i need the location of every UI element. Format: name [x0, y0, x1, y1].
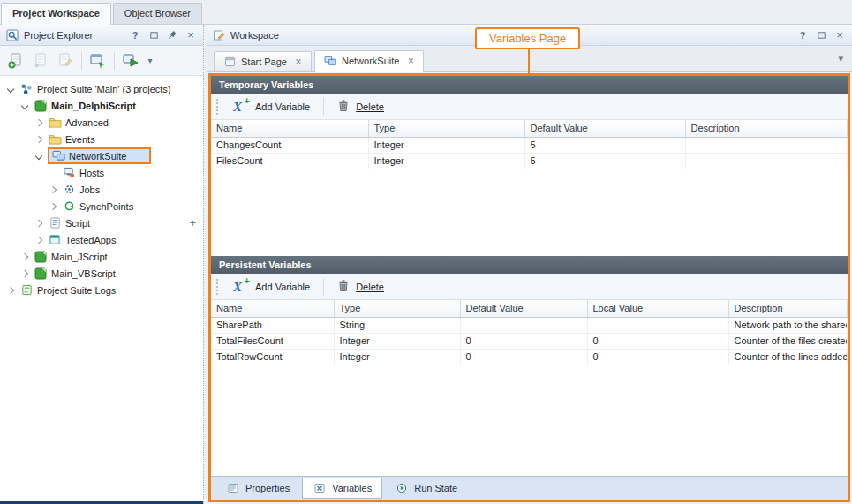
cell-local-value[interactable]: 0 — [587, 333, 728, 349]
add-variable-button[interactable]: X Add Variable — [227, 278, 316, 296]
tree-item-events[interactable]: Events — [0, 131, 203, 147]
float-window-icon[interactable] — [814, 28, 828, 42]
tab-properties[interactable]: Properties — [215, 478, 300, 499]
tree-item-networksuite[interactable]: NetworkSuite — [0, 147, 203, 164]
expander-closed-icon[interactable] — [34, 117, 44, 128]
cell-local-value[interactable] — [587, 317, 728, 333]
help-icon[interactable] — [128, 28, 142, 42]
trash-icon — [337, 99, 350, 114]
edit-item-button[interactable] — [54, 49, 77, 72]
add-script-unit-button[interactable]: + — [189, 216, 196, 229]
cell-description[interactable] — [685, 137, 848, 153]
tree-item-testedapps[interactable]: TestedApps — [0, 231, 203, 248]
callout-pointer-line — [528, 49, 530, 74]
column-header[interactable]: Local Value — [587, 300, 728, 317]
close-tab-icon[interactable] — [294, 56, 303, 68]
cell-description[interactable]: Network path to the shared f — [728, 317, 848, 333]
cell-name[interactable]: TotalFilesCount — [211, 333, 334, 349]
expander-closed-icon[interactable] — [48, 184, 58, 195]
start-page-icon — [222, 56, 237, 68]
close-panel-icon[interactable] — [184, 28, 198, 42]
tree-item-main-vbscript[interactable]: Main_VBScript — [0, 265, 203, 282]
tree-item-jobs[interactable]: Jobs — [0, 181, 203, 198]
cell-name[interactable]: TotalRowCount — [211, 349, 334, 365]
tree-item-synchpoints[interactable]: SynchPoints — [0, 198, 203, 214]
table-row[interactable]: FilesCount Integer 5 — [211, 153, 848, 169]
column-header[interactable]: Name — [211, 300, 334, 317]
expander-closed-icon[interactable] — [19, 268, 30, 279]
add-variable-label: Add Variable — [255, 102, 310, 112]
run-options-caret-icon[interactable] — [144, 49, 156, 72]
column-header[interactable]: Type — [334, 300, 460, 317]
cell-default-value[interactable]: 5 — [524, 153, 685, 169]
add-variable-button[interactable]: X Add Variable — [227, 98, 316, 116]
tab-variables[interactable]: Variables — [302, 478, 382, 499]
tab-list-caret-icon[interactable] — [838, 53, 843, 64]
tab-object-browser[interactable]: Object Browser — [113, 3, 202, 24]
tree-item-main-jscript[interactable]: Main_JScript — [0, 248, 203, 265]
expander-closed-icon[interactable] — [5, 285, 16, 296]
column-header[interactable]: Name — [211, 120, 368, 137]
tree-item-advanced[interactable]: Advanced — [0, 114, 203, 131]
float-window-icon[interactable] — [147, 28, 161, 42]
run-project-button[interactable] — [119, 49, 142, 72]
cell-type[interactable]: String — [334, 317, 460, 333]
jobs-icon — [62, 184, 76, 196]
column-header[interactable]: Default Value — [524, 120, 685, 137]
add-existing-item-button[interactable] — [29, 49, 52, 72]
help-icon[interactable] — [795, 28, 810, 42]
tree-item-label: Main_JScript — [51, 252, 108, 262]
cell-name[interactable]: FilesCount — [211, 153, 368, 169]
run-panel-button[interactable] — [87, 49, 109, 72]
expander-closed-icon[interactable] — [19, 252, 30, 262]
expander-open-icon[interactable] — [19, 101, 30, 111]
tab-project-workspace[interactable]: Project Workspace — [1, 3, 111, 25]
tab-run-state[interactable]: Run State — [384, 478, 468, 499]
cell-description[interactable] — [685, 153, 848, 169]
column-header[interactable]: Description — [685, 120, 848, 137]
cell-default-value[interactable] — [460, 317, 587, 333]
persistent-variables-toolbar: X Add Variable Delete — [211, 274, 848, 300]
expander-open-icon[interactable] — [34, 151, 44, 162]
close-panel-icon[interactable] — [833, 28, 847, 42]
cell-default-value[interactable]: 5 — [524, 137, 685, 153]
column-header[interactable]: Type — [368, 120, 524, 137]
cell-default-value[interactable]: 0 — [460, 349, 587, 365]
expander-closed-icon[interactable] — [34, 218, 44, 229]
cell-type[interactable]: Integer — [334, 349, 460, 365]
cell-type[interactable]: Integer — [368, 137, 524, 153]
cell-local-value[interactable]: 0 — [587, 349, 728, 365]
cell-description[interactable]: Counter of the files created. — [728, 333, 848, 349]
add-variable-icon: X — [233, 100, 249, 114]
add-new-item-button[interactable] — [4, 49, 27, 72]
pin-icon[interactable] — [165, 28, 179, 42]
expander-open-icon[interactable] — [5, 84, 16, 94]
cell-description[interactable]: Counter of the lines added to — [728, 349, 848, 365]
tree-item-project-suite-logs[interactable]: Project Suite Logs — [0, 282, 203, 298]
cell-default-value[interactable]: 0 — [460, 333, 587, 349]
tree-item-main-delphiscript[interactable]: Main_DelphiScript — [0, 97, 203, 114]
expander-closed-icon[interactable] — [48, 201, 58, 212]
delete-variable-button[interactable]: Delete — [331, 97, 390, 116]
delete-variable-button[interactable]: Delete — [331, 277, 390, 296]
doc-tab-networksuite[interactable]: NetworkSuite — [314, 50, 424, 72]
column-header[interactable]: Description — [728, 300, 848, 317]
table-row[interactable]: TotalRowCount Integer 0 0 Counter of the… — [211, 349, 848, 365]
tree-item-script[interactable]: Script + — [0, 214, 203, 231]
close-tab-icon[interactable] — [406, 55, 415, 67]
tree-item-hosts[interactable]: Hosts — [0, 164, 203, 181]
expander-closed-icon[interactable] — [34, 235, 44, 245]
table-row[interactable]: ChangesCount Integer 5 — [211, 137, 848, 153]
table-row[interactable]: SharePath String Network path to the sha… — [211, 317, 848, 333]
cell-type[interactable]: Integer — [334, 333, 460, 349]
cell-name[interactable]: ChangesCount — [211, 137, 368, 153]
cell-name[interactable]: SharePath — [211, 317, 334, 333]
cell-type[interactable]: Integer — [368, 153, 524, 169]
variables-page: Temporary Variables X Add Variable Delet… — [208, 73, 850, 502]
table-row[interactable]: TotalFilesCount Integer 0 0 Counter of t… — [211, 333, 848, 349]
column-header[interactable]: Default Value — [460, 300, 587, 317]
expander-closed-icon[interactable] — [34, 134, 44, 145]
synchpoints-icon — [62, 200, 76, 213]
doc-tab-start-page[interactable]: Start Page — [214, 51, 312, 71]
tree-item-project-suite-main[interactable]: Project Suite 'Main' (3 projects) — [0, 80, 203, 97]
